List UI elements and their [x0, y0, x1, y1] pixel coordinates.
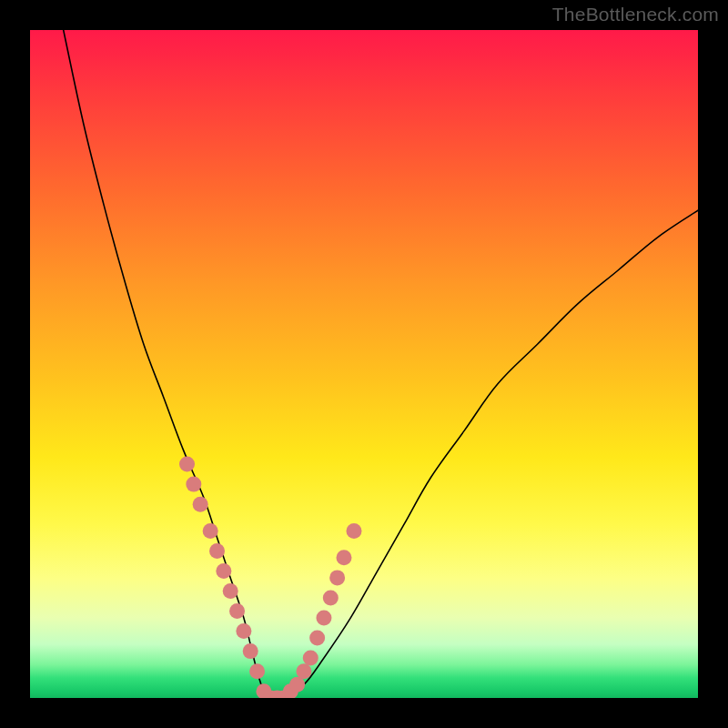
highlight-dot — [289, 677, 305, 693]
highlight-dot — [223, 583, 238, 599]
highlight-dot — [336, 550, 351, 565]
highlight-dot — [203, 523, 218, 539]
highlight-dot — [303, 650, 318, 665]
svg-overlay — [30, 30, 698, 698]
highlight-dot — [243, 643, 258, 659]
plot-area — [30, 30, 698, 698]
highlight-dot — [316, 610, 331, 625]
highlight-dot — [236, 623, 251, 639]
highlight-dot — [186, 477, 201, 492]
highlight-dot — [209, 543, 225, 559]
highlight-dot — [193, 497, 208, 512]
bottleneck-curve — [64, 30, 698, 698]
chart-frame: TheBottleneck.com — [0, 0, 728, 728]
highlight-dot — [309, 630, 325, 645]
highlight-dot — [329, 570, 345, 585]
highlight-dot — [249, 663, 265, 679]
highlight-dot — [323, 590, 339, 605]
highlight-dot — [296, 663, 311, 679]
highlight-dot — [179, 457, 195, 472]
highlight-dot — [346, 523, 361, 539]
highlight-dot — [229, 603, 245, 619]
highlight-dot — [216, 563, 231, 579]
watermark-text: TheBottleneck.com — [552, 4, 719, 25]
